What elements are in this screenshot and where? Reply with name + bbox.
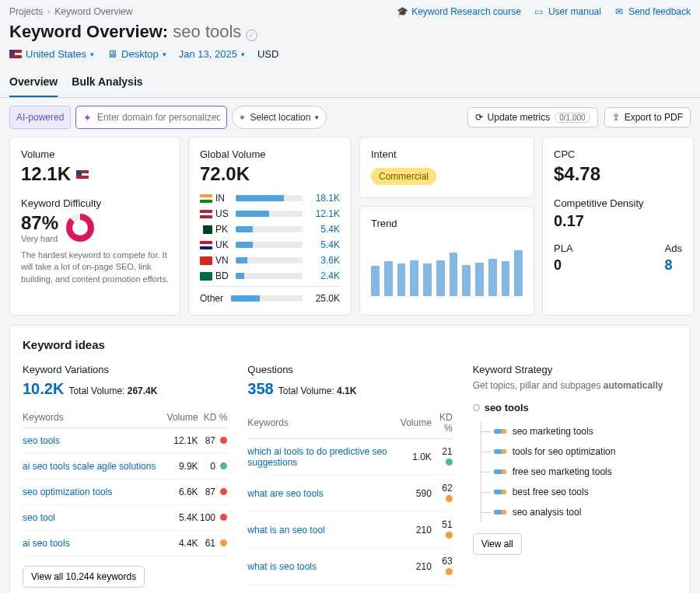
update-metrics-button[interactable]: ⟳ Update metrics 0/1,000 (467, 107, 598, 127)
update-counter: 0/1,000 (555, 113, 590, 123)
country-code: PK (215, 224, 231, 235)
country-volume[interactable]: 12.1K (307, 208, 340, 219)
volume-bar (236, 273, 303, 279)
trend-bar (384, 261, 393, 296)
ads-label: Ads (665, 242, 682, 254)
keyword-link[interactable]: seo tools (23, 435, 60, 446)
volume-cell: 9.9K (165, 454, 198, 480)
kd-level: Very hard (21, 234, 58, 243)
keyword-link[interactable]: which ai tools to do predictive seo sugg… (247, 446, 387, 468)
minibar-icon (494, 429, 506, 434)
domain-input-wrapper[interactable]: ✦ (75, 106, 227, 129)
kd-cell: 63 (432, 549, 453, 585)
strategy-item[interactable]: free seo marketing tools (481, 462, 677, 482)
country-volume[interactable]: 5.4K (307, 224, 340, 235)
pla-label: PLA (554, 242, 573, 254)
breadcrumb-root[interactable]: Projects (9, 6, 43, 17)
volume-label: Volume (21, 148, 169, 160)
global-row: PK5.4K (200, 224, 340, 235)
filter-date[interactable]: Jan 13, 2025▾ (179, 48, 245, 60)
global-row: UK5.4K (200, 239, 340, 250)
global-other-label: Other (200, 293, 226, 304)
table-row: what are seo tools59062 (247, 476, 452, 512)
tab-bulk[interactable]: Bulk Analysis (72, 71, 142, 97)
global-row: VN3.6K (200, 255, 340, 266)
volume-cell: 6.6K (165, 480, 198, 505)
keyword-link[interactable]: ai seo tools (23, 538, 70, 549)
trend-bar (423, 263, 432, 296)
verify-icon[interactable]: ✓ (246, 30, 257, 41)
link-manual[interactable]: ▭User manual (534, 6, 601, 17)
section-strategy: Keyword Strategy Get topics, pillar and … (473, 364, 677, 593)
strategy-viewall-button[interactable]: View all (473, 533, 522, 555)
cpc-value: $4.78 (554, 163, 682, 185)
keyword-link[interactable]: ai seo tools scale agile solutions (23, 461, 156, 472)
strategy-item[interactable]: tools for seo optimization (481, 441, 677, 462)
kd-dot-icon (446, 568, 453, 575)
filter-device[interactable]: 🖥Desktop▾ (107, 48, 166, 60)
chevron-down-icon: ▾ (90, 51, 94, 58)
book-icon: ▭ (534, 6, 544, 17)
country-volume[interactable]: 5.4K (307, 239, 340, 250)
volume-cell: 210 (401, 512, 432, 549)
strategy-item[interactable]: seo marketing tools (481, 421, 677, 441)
filter-country[interactable]: United States▾ (9, 48, 94, 60)
cd-value: 0.17 (554, 212, 682, 230)
card-keyword-ideas: Keyword ideas Keyword Variations 10.2K T… (9, 325, 691, 593)
keyword-link[interactable]: what is seo tools (247, 561, 317, 572)
location-select[interactable]: ⌖ Select location ▾ (232, 106, 327, 129)
trend-bar (488, 259, 497, 296)
strategy-item-label: seo marketing tools (513, 426, 593, 437)
country-volume[interactable]: 3.6K (307, 255, 340, 266)
ads-value[interactable]: 8 (665, 257, 673, 273)
pla-value: 0 (554, 257, 573, 274)
keyword-link[interactable]: what is an seo tool (247, 525, 324, 535)
keyword-link[interactable]: seo optimization tools (23, 487, 112, 497)
export-pdf-button[interactable]: ⇪ Export to PDF (604, 107, 691, 127)
domain-input[interactable] (97, 112, 220, 123)
table-row: do it yourself seo tools14052 (247, 585, 452, 594)
questions-count[interactable]: 358 (247, 380, 273, 398)
tab-overview[interactable]: Overview (9, 71, 58, 97)
chevron-down-icon: ▾ (163, 51, 166, 58)
us-flag-icon (9, 50, 22, 58)
volume-cell: 1.0K (401, 439, 432, 476)
flag-icon (200, 225, 212, 234)
country-code: US (215, 208, 231, 219)
kd-dot-icon (446, 532, 453, 539)
minibar-icon (494, 490, 506, 494)
chevron-down-icon: ▾ (315, 113, 319, 121)
volume-cell: 4.4K (165, 531, 198, 556)
strategy-desc: Get topics, pillar and subpages automati… (473, 380, 677, 391)
export-icon: ⇪ (612, 112, 620, 123)
global-other-bar (231, 295, 303, 302)
keyword-text: seo tools (173, 22, 241, 41)
variations-viewall-button[interactable]: View all 10,244 keywords (23, 566, 145, 588)
link-course[interactable]: 🎓Keyword Research course (397, 6, 521, 17)
kd-cell: 52 (432, 585, 453, 594)
card-intent: Intent Commercial (359, 137, 534, 198)
table-row: ai seo tools4.4K61 (23, 531, 227, 556)
flag-icon (200, 241, 212, 249)
country-volume[interactable]: 2.4K (307, 270, 340, 281)
link-feedback[interactable]: ✉Send feedback (614, 6, 691, 17)
variations-count[interactable]: 10.2K (23, 380, 64, 398)
keyword-link[interactable]: seo tool (23, 512, 55, 523)
flag-icon (200, 210, 212, 218)
kd-cell: 51 (432, 512, 453, 549)
strategy-item[interactable]: best free seo tools (481, 482, 677, 502)
global-row: BD2.4K (200, 270, 340, 281)
volume-bar (236, 226, 303, 232)
volume-bar (236, 257, 303, 263)
strategy-item-label: seo analysis tool (513, 507, 582, 518)
intent-label: Intent (371, 148, 523, 160)
keyword-link[interactable]: what are seo tools (247, 488, 323, 499)
strategy-item[interactable]: seo analysis tool (481, 502, 677, 522)
kd-cell: 100 (198, 505, 228, 531)
trend-bar (397, 263, 406, 296)
trend-bar (410, 260, 418, 296)
strategy-item-label: free seo marketing tools (513, 466, 612, 477)
kd-cell: 61 (198, 531, 228, 556)
kd-cell: 87 (198, 428, 228, 454)
country-volume[interactable]: 18.1K (307, 193, 340, 204)
